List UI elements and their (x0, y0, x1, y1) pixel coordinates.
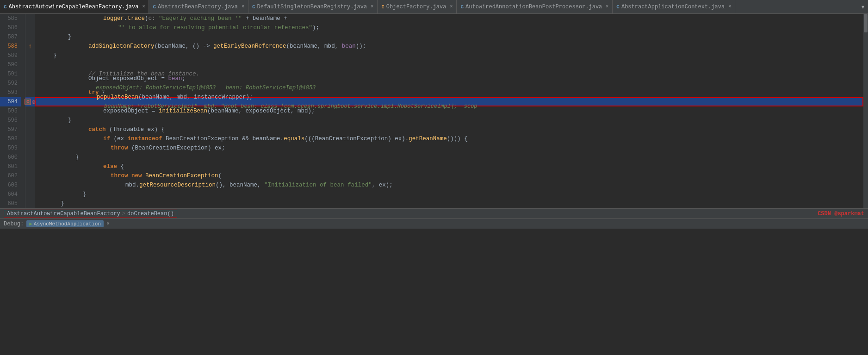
debug-app-badge: ▶ AsyncMethodApplication (26, 220, 104, 227)
code-line-586: "' to allow for resolving potential circ… (35, 23, 863, 32)
line-num-587: 587 (0, 32, 21, 42)
tab-label-1: AbstractAutowireCapableBeanFactory.java (9, 4, 139, 10)
gutter-587 (25, 32, 35, 42)
gutter-603 (25, 181, 35, 190)
scrollbar-thumb[interactable] (864, 14, 868, 32)
tab-close-2[interactable]: × (242, 4, 244, 9)
arrow-up-icon: ↑ (28, 43, 32, 50)
tab-autowired-annotation[interactable]: C AutowiredAnnotationBeanPostProcessor.j… (457, 0, 613, 13)
debug-bar: Debug: ▶ AsyncMethodApplication × (0, 218, 868, 229)
tab-abstract-application[interactable]: C AbstractApplicationContext.java × (613, 0, 735, 13)
tab-close-4[interactable]: × (450, 4, 453, 9)
breadcrumb: AbstractAutowireCapableBeanFactory > doC… (4, 210, 177, 218)
tab-label-6: AbstractApplicationContext.java (621, 4, 725, 10)
gutter-599 (25, 143, 35, 153)
tab-overflow-button[interactable]: ▾ (858, 0, 868, 13)
gutter-604 (25, 190, 35, 199)
gutter-585 (25, 14, 35, 23)
tab-object-factory[interactable]: I ObjectFactory.java × (378, 0, 457, 13)
tab-icon-2: C (153, 4, 156, 10)
breakpoint-error-icon: ⊗ (31, 98, 35, 106)
gutter-593 (25, 88, 35, 97)
debug-play-icon: ▶ (29, 221, 32, 227)
code-line-605: } (35, 199, 863, 208)
tab-icon-6: C (616, 4, 620, 10)
tab-icon-4: I (381, 4, 384, 10)
gutter-590 (25, 60, 35, 69)
tab-label-4: ObjectFactory.java (386, 4, 446, 10)
line-num-594: 594 (0, 97, 21, 106)
line-num-586: 586 (0, 23, 21, 32)
gutter-605 (25, 199, 35, 208)
line-num-600: 600 (0, 153, 21, 162)
line-num-597: 597 (0, 125, 21, 134)
line-num-593: 593 (0, 88, 21, 97)
gutter-586 (25, 23, 35, 32)
line-num-598: 598 (0, 134, 21, 143)
gutter-596 (25, 116, 35, 125)
csdn-watermark: CSDN @sparkmat (818, 211, 864, 217)
gutter-589 (25, 51, 35, 60)
code-content[interactable]: logger.trace(o: "Eagerly caching bean '"… (35, 14, 863, 208)
breadcrumb-separator: > (122, 211, 125, 217)
tab-icon-3: C (252, 4, 255, 10)
line-num-595: 595 (0, 106, 21, 116)
debug-label: Debug: (4, 221, 24, 227)
gutter-592 (25, 79, 35, 88)
line-num-604: 604 (0, 190, 21, 199)
gutter-591 (25, 69, 35, 79)
line-num-603: 603 (0, 181, 21, 190)
gutter: ↑ C ⊗ (25, 14, 35, 208)
line-num-601: 601 (0, 162, 21, 171)
tab-icon-1: C (4, 4, 7, 10)
line-num-590: 590 (0, 60, 21, 69)
line-num-605: 605 (0, 199, 21, 208)
gutter-597 (25, 125, 35, 134)
tab-label-2: AbstractBeanFactory.java (158, 4, 238, 10)
line-num-596: 596 (0, 116, 21, 125)
line-num-591: 591 (0, 69, 21, 79)
line-num-602: 602 (0, 171, 21, 181)
tab-label-5: AutowiredAnnotationBeanPostProcessor.jav… (465, 4, 602, 10)
tab-close-6[interactable]: × (728, 4, 731, 9)
gutter-595 (25, 106, 35, 116)
gutter-588: ↑ (25, 42, 35, 51)
code-line-603: mbd.getResourceDescription(), beanName, … (35, 181, 863, 190)
code-line-588: addSingletonFactory(beanName, () -> getE… (35, 42, 863, 51)
line-numbers: 585 586 587 588 589 590 591 592 593 594 … (0, 14, 25, 208)
vertical-scrollbar[interactable] (863, 14, 868, 208)
tab-close-3[interactable]: × (371, 4, 373, 9)
line-num-599: 599 (0, 143, 21, 153)
tab-abstract-bean[interactable]: C AbstractBeanFactory.java × (149, 0, 248, 13)
debug-app-name: AsyncMethodApplication (34, 221, 101, 227)
tab-close-1[interactable]: × (142, 4, 145, 9)
tab-default-singleton[interactable]: C DefaultSingletonBeanRegistry.java × (248, 0, 378, 13)
tab-abstract-autowire[interactable]: C AbstractAutowireCapableBeanFactory.jav… (0, 0, 149, 14)
tab-icon-5: C (460, 4, 464, 10)
line-num-589: 589 (0, 51, 21, 60)
tab-label-3: DefaultSingletonBeanRegistry.java (257, 4, 367, 10)
gutter-601 (25, 162, 35, 171)
gutter-600 (25, 153, 35, 162)
gutter-598 (25, 134, 35, 143)
breakpoint-c-badge: C (25, 99, 31, 105)
gutter-594: C ⊗ (25, 97, 35, 106)
debug-close-icon[interactable]: × (106, 221, 110, 227)
line-num-592: 592 (0, 79, 21, 88)
tab-close-5[interactable]: × (606, 4, 608, 9)
line-num-588: 588 (0, 42, 21, 51)
gutter-602 (25, 171, 35, 181)
code-editor: 585 586 587 588 589 590 591 592 593 594 … (0, 14, 868, 208)
tab-bar: C AbstractAutowireCapableBeanFactory.jav… (0, 0, 868, 14)
status-bar: AbstractAutowireCapableBeanFactory > doC… (0, 208, 868, 218)
breadcrumb-method: doCreateBean() (127, 211, 174, 217)
line-num-585: 585 (0, 14, 21, 23)
breadcrumb-class: AbstractAutowireCapableBeanFactory (7, 211, 120, 217)
